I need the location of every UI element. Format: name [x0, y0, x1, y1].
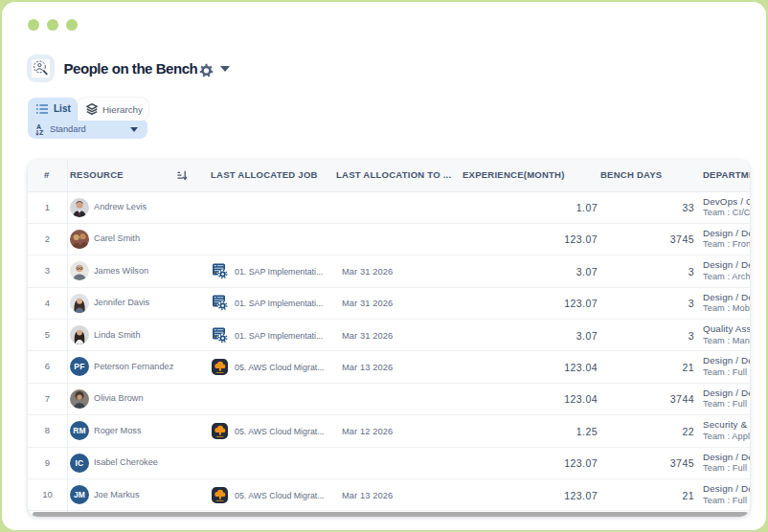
- svg-text:Z: Z: [39, 129, 44, 136]
